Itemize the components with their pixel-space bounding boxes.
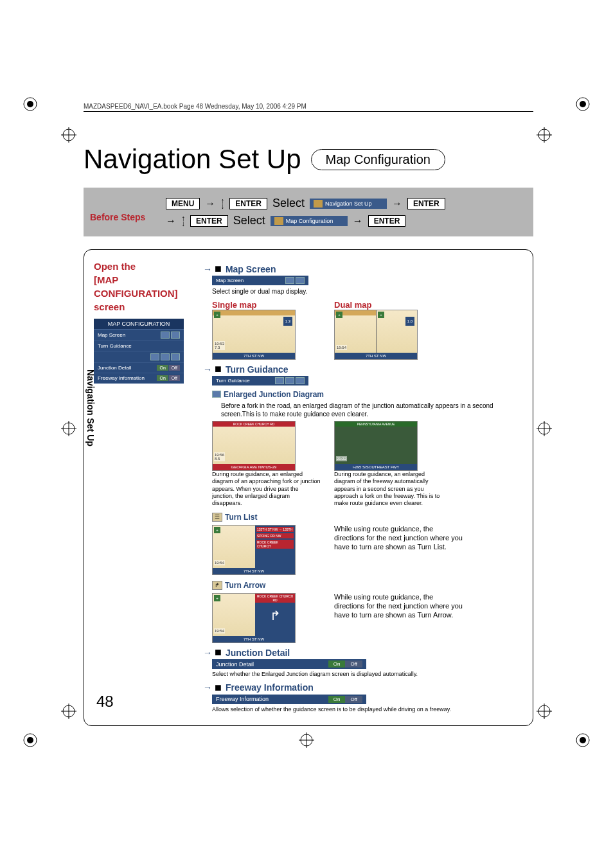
open-heading: Open the [MAP CONFIGURATION] screen — [94, 260, 197, 314]
turn-list-thumb: + 135TH ST NW → 135TH SPRING RD NW ROCK … — [212, 525, 296, 575]
svg-point-24 — [576, 734, 589, 747]
enter-button[interactable]: ENTER — [190, 215, 228, 227]
config-panel-title: MAP CONFIGURATION — [94, 319, 184, 330]
turn-arrow-icon: ↱ — [255, 608, 295, 623]
config-row-junction-detail[interactable]: Junction Detail OnOff — [94, 363, 184, 373]
arrow-right-icon: → — [203, 682, 212, 693]
turn-arrow-label: Turn Arrow — [225, 581, 265, 590]
arrow-right-icon: → — [353, 215, 363, 227]
registration-mark-icon — [22, 732, 38, 748]
svg-point-22 — [24, 734, 37, 747]
before-steps-label: Before Steps — [90, 212, 145, 222]
junction-detail-desc: Select whether the Enlarged Junction dia… — [212, 671, 523, 678]
dual-map-label: Dual map — [334, 300, 443, 310]
enter-button[interactable]: ENTER — [407, 198, 445, 209]
svg-point-26 — [301, 734, 312, 746]
single-map-icon — [285, 277, 294, 284]
turn-guidance-bar: Turn Guidance — [212, 376, 308, 385]
zoom-in-icon: + — [214, 312, 220, 318]
crosshair-icon — [61, 704, 76, 719]
svg-point-0 — [24, 98, 37, 111]
select-label: Select — [233, 214, 265, 227]
square-bullet-icon: ■ — [215, 262, 222, 276]
arrow-right-icon: → — [205, 198, 215, 209]
arrow-right-icon: → — [392, 198, 402, 209]
svg-point-10 — [63, 423, 75, 434]
dual-map-icon — [171, 332, 180, 339]
enter-button[interactable]: ENTER — [229, 198, 267, 209]
junction-caption-left: During route guidance, an enlarged diagr… — [212, 471, 321, 507]
arrow-icon — [171, 353, 180, 360]
route-shield-icon: 1.3 — [283, 317, 292, 326]
svg-point-7 — [538, 129, 550, 141]
junction-icon — [275, 377, 284, 384]
crosshair-icon — [61, 127, 76, 143]
single-map-label: Single map — [212, 300, 321, 310]
freeway-info-bar: Freeway InformationOnOff — [212, 695, 366, 704]
square-bullet-icon: ■ — [215, 646, 222, 659]
registration-mark-icon — [22, 96, 38, 112]
turn-list-label: Turn List — [225, 513, 257, 522]
crosshair-icon — [537, 704, 552, 719]
arrow-icon: ↱ — [212, 581, 222, 590]
turn-arrow-thumb: + ROCK CREEK CHURCH RD ↱ 19:54 7TH ST NW — [212, 593, 296, 643]
before-steps-box: Before Steps MENU → ↑↓ ENTER Select Navi… — [84, 188, 533, 236]
junction-thumb-right: PENNSYLVANIA AVENUE 21:22 I-295 S/SOUTHE… — [334, 421, 418, 471]
crosshair-icon — [299, 732, 314, 748]
crosshair-icon — [61, 421, 76, 436]
zoom-in-icon: + — [214, 527, 220, 533]
config-row-turn-guidance[interactable]: Turn Guidance — [94, 341, 184, 351]
crosshair-icon — [537, 127, 552, 143]
wrench-icon — [314, 200, 323, 208]
updown-icon: ↑↓ — [220, 199, 224, 209]
junction-caption-right: During route guidance, an enlarged diagr… — [334, 471, 443, 507]
svg-point-1 — [27, 101, 33, 107]
dual-map-thumb: + +1.0 19:54 7TH ST NW — [334, 310, 418, 360]
turn-arrow-desc: While using route guidance, the directio… — [334, 593, 463, 643]
zoom-in-icon: + — [378, 312, 384, 318]
page-title: Navigation Set Up — [84, 144, 301, 175]
junction-icon — [150, 353, 159, 360]
list-icon — [161, 353, 170, 360]
arrow-right-icon: → — [166, 215, 176, 227]
updown-icon: ↑↓ — [181, 216, 185, 226]
enter-button[interactable]: ENTER — [368, 215, 406, 227]
svg-point-25 — [580, 737, 586, 743]
zoom-in-icon: + — [336, 312, 342, 318]
section-turn-guidance: Turn Guidance — [226, 364, 289, 375]
square-bullet-icon: ■ — [215, 681, 222, 695]
map-icon — [274, 217, 283, 225]
section-freeway-info: Freeway Information — [226, 682, 314, 693]
arrow-right-icon: → — [203, 364, 212, 375]
junction-detail-bar: Junction DetailOnOff — [212, 659, 366, 669]
svg-point-23 — [27, 737, 33, 743]
map-configuration-panel: MAP CONFIGURATION Map Screen Turn Guidan… — [94, 319, 184, 384]
svg-point-16 — [63, 705, 75, 717]
square-bullet-icon: ■ — [215, 362, 222, 376]
config-row-map-screen[interactable]: Map Screen — [94, 330, 184, 341]
enlarged-junction-label: Enlarged Junction Diagram — [224, 390, 324, 399]
arrow-right-icon: → — [203, 264, 212, 274]
crosshair-icon — [537, 421, 552, 436]
svg-point-4 — [63, 129, 75, 141]
select-label: Select — [272, 197, 305, 210]
map-screen-desc: Select single or dual map display. — [212, 287, 523, 296]
section-map-screen: Map Screen — [226, 264, 276, 274]
map-screen-bar: Map Screen — [212, 276, 308, 285]
turn-list-desc: While using route guidance, the directio… — [334, 525, 463, 575]
section-junction-detail: Junction Detail — [226, 648, 290, 658]
svg-point-2 — [576, 98, 589, 111]
subtitle: Map Configuration — [311, 149, 445, 170]
list-icon: ☰ — [212, 513, 222, 522]
config-row-freeway-info[interactable]: Freeway Information OnOff — [94, 373, 184, 384]
nav-setup-graphic: Navigation Set Up — [310, 199, 387, 209]
config-row-turn-icons[interactable] — [94, 351, 184, 363]
freeway-info-desc: Allows selection of whether the guidance… — [212, 706, 523, 714]
zoom-in-icon: + — [214, 595, 220, 601]
enlarged-junction-desc: Before a fork in the road, an enlarged d… — [221, 402, 523, 418]
menu-button[interactable]: MENU — [166, 198, 200, 209]
junction-thumb-left: ROCK CREEK CHURCH RD 19:568.5 GEORGIA AV… — [212, 421, 296, 471]
single-map-thumb: + 1.3 19:537.3 7TH ST NW — [212, 310, 296, 360]
list-icon — [285, 377, 294, 384]
dual-map-icon — [296, 277, 305, 284]
